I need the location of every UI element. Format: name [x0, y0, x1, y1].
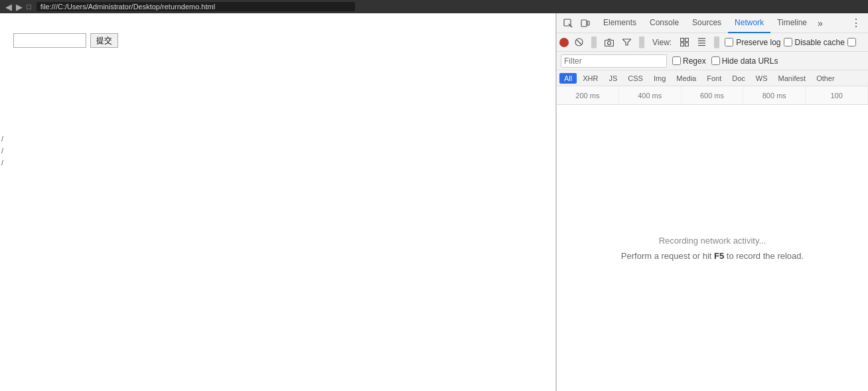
timeline-header: 200 ms 400 ms 600 ms 800 ms 100: [557, 86, 868, 105]
tab-elements[interactable]: Elements: [597, 13, 643, 33]
tab-timeline[interactable]: Timeline: [770, 13, 814, 33]
type-filter-doc[interactable]: Doc: [727, 73, 750, 84]
hint-text-before: Perform a request or hit: [621, 251, 714, 261]
forward-button[interactable]: ▶: [16, 2, 23, 12]
type-filter-img[interactable]: Img: [649, 73, 670, 84]
preserve-log-checkbox-group[interactable]: Preserve log: [725, 38, 780, 47]
svg-point-7: [608, 41, 611, 44]
recording-status-text: Recording network activity...: [659, 236, 766, 246]
type-filter-bar: All XHR JS CSS Img Media Font Doc WS Man…: [557, 70, 868, 86]
devtools-panel: Elements Console Sources Network Timelin…: [556, 13, 868, 391]
hide-data-urls-checkbox[interactable]: [711, 56, 720, 65]
tab-favicon: □: [27, 3, 31, 11]
svg-rect-12: [685, 43, 688, 46]
svg-marker-8: [622, 39, 631, 45]
more-tabs-button[interactable]: »: [814, 18, 827, 29]
address-bar[interactable]: [36, 2, 355, 11]
regex-label: Regex: [683, 56, 706, 66]
separator-1: [591, 37, 597, 48]
disable-cache-checkbox-group[interactable]: Disable cache: [784, 38, 845, 47]
tab-console[interactable]: Console: [643, 13, 686, 33]
view-label: View:: [652, 38, 672, 47]
record-button[interactable]: [559, 38, 569, 47]
hint-text: Perform a request or hit F5 to record th…: [621, 251, 804, 261]
back-button[interactable]: ◀: [5, 2, 12, 12]
network-content: Recording network activity... Perform a …: [557, 105, 868, 391]
hide-data-urls-label: Hide data URLs: [722, 56, 778, 66]
time-marker-800: 800 ms: [743, 86, 806, 104]
time-marker-200: 200 ms: [557, 86, 619, 104]
type-filter-media[interactable]: Media: [672, 73, 701, 84]
page-form: 提交: [13, 33, 542, 48]
hint-text-after: to record the reload.: [724, 251, 804, 261]
hint-key: F5: [714, 251, 724, 261]
hide-data-urls-checkbox-group[interactable]: Hide data URLs: [711, 56, 778, 66]
preserve-log-checkbox[interactable]: [725, 38, 733, 46]
offline-checkbox-group[interactable]: [847, 38, 856, 46]
svg-rect-3: [587, 21, 589, 25]
clear-button[interactable]: [571, 35, 586, 50]
svg-rect-6: [605, 40, 614, 46]
filter-icon[interactable]: [619, 35, 634, 50]
filter-options: Regex Hide data URLs: [672, 56, 778, 66]
disable-cache-label: Disable cache: [795, 38, 845, 47]
time-marker-1000: 100: [806, 86, 868, 104]
regex-checkbox-group[interactable]: Regex: [672, 56, 706, 66]
tab-sources[interactable]: Sources: [686, 13, 728, 33]
page-content: 提交 / / /: [0, 13, 556, 391]
time-marker-600: 600 ms: [682, 86, 744, 104]
type-filter-css[interactable]: CSS: [623, 73, 648, 84]
grid-view-icon[interactable]: [677, 35, 691, 50]
type-filter-font[interactable]: Font: [702, 73, 726, 84]
type-filter-all[interactable]: All: [559, 73, 577, 84]
svg-line-5: [577, 40, 581, 44]
svg-rect-9: [680, 39, 684, 42]
type-filter-other[interactable]: Other: [812, 73, 839, 84]
svg-rect-11: [680, 43, 684, 46]
regex-checkbox[interactable]: [672, 56, 681, 65]
disable-cache-checkbox[interactable]: [784, 38, 792, 46]
type-filter-js[interactable]: JS: [604, 73, 622, 84]
time-marker-400: 400 ms: [619, 86, 682, 104]
camera-icon[interactable]: [602, 35, 616, 50]
preserve-log-label: Preserve log: [736, 38, 780, 47]
inspect-element-icon[interactable]: [559, 15, 577, 32]
filter-bar: Regex Hide data URLs: [557, 52, 868, 70]
type-filter-manifest[interactable]: Manifest: [774, 73, 811, 84]
tab-network[interactable]: Network: [728, 13, 770, 33]
offline-checkbox[interactable]: [847, 38, 856, 46]
svg-rect-2: [581, 20, 587, 27]
browser-topbar: ◀ ▶ □: [0, 0, 868, 13]
type-filter-xhr[interactable]: XHR: [578, 73, 603, 84]
separator-2: [639, 37, 644, 48]
device-toolbar-icon[interactable]: [577, 15, 594, 32]
svg-rect-10: [685, 39, 688, 42]
separator-3: [714, 37, 719, 48]
submit-button[interactable]: 提交: [90, 33, 118, 48]
main-area: 提交 / / / Elements: [0, 13, 868, 391]
devtools-tabs: Elements Console Sources Network Timelin…: [597, 13, 847, 33]
filter-input[interactable]: [561, 54, 667, 68]
devtools-toolbar: Elements Console Sources Network Timelin…: [557, 13, 868, 33]
code-lines: / / /: [0, 133, 3, 169]
code-line-2: /: [1, 145, 3, 157]
network-toolbar: View: Preserve lo: [557, 33, 868, 52]
devtools-menu-button[interactable]: ⋮: [847, 17, 865, 29]
code-line-1: /: [1, 133, 3, 145]
waterfall-icon[interactable]: [694, 35, 709, 50]
form-text-input[interactable]: [13, 33, 86, 48]
type-filter-ws[interactable]: WS: [751, 73, 772, 84]
code-line-3: /: [1, 157, 3, 169]
